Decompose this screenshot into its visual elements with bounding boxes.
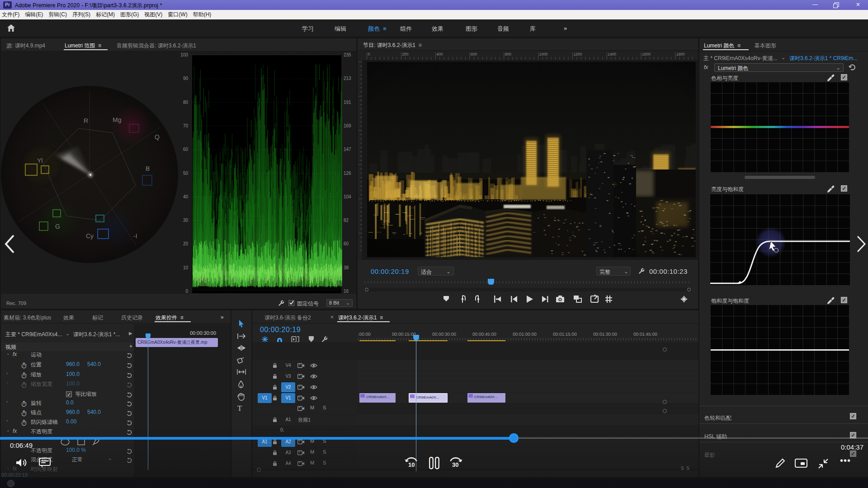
svg-text:10: 10 xyxy=(408,461,415,468)
svg-text:30: 30 xyxy=(452,461,458,468)
